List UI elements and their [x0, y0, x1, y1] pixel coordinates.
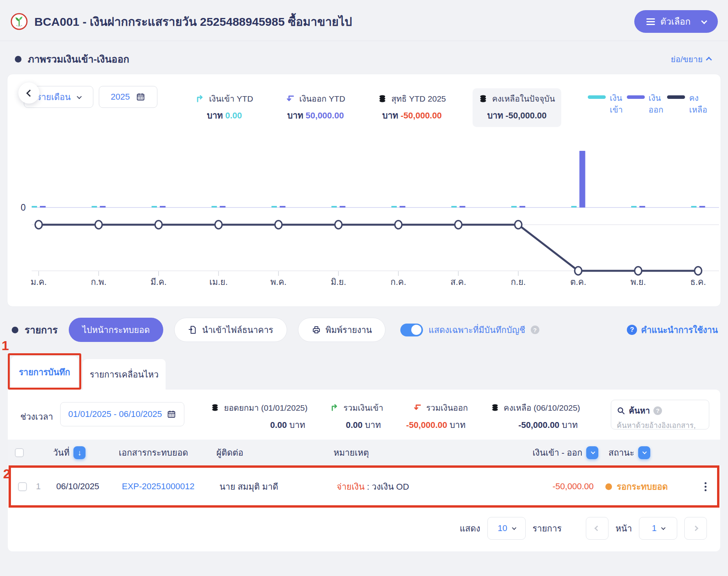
status-filter-icon[interactable]	[638, 446, 650, 459]
tab-bank-movements[interactable]: รายการเคลื่อนไหว	[83, 359, 166, 390]
svg-text:ก.ย.: ก.ย.	[511, 277, 526, 287]
svg-text:มี.ค.: มี.ค.	[150, 277, 166, 287]
page-label: หน้า	[616, 522, 632, 535]
chevron-up-icon	[706, 57, 712, 63]
print-report-button[interactable]: พิมพ์รายงาน	[298, 318, 386, 342]
select-all-checkbox[interactable]	[15, 448, 24, 457]
overview-chart-card: รายเดือน 2025	[7, 74, 721, 307]
arrow-out-icon	[286, 94, 295, 104]
help-tooltip-icon[interactable]: ?	[531, 326, 539, 334]
row-doc-link[interactable]: EXP-20251000012	[122, 481, 219, 492]
stat-value: -50,000.00	[401, 111, 442, 120]
year-picker[interactable]: 2025	[99, 86, 157, 108]
chevron-down-icon	[512, 526, 516, 530]
table-header: วันที่ ↓ เอกสารกระทบยอด ผู้ติดต่อ หมายเห…	[8, 440, 720, 465]
chart-area: 0ม.ค.ก.พ.มี.ค.เม.ย.พ.ค.มิ.ย.ก.ค.ส.ค.ก.ย.…	[7, 129, 721, 297]
chevron-down-icon	[701, 18, 707, 24]
annotation-box-tab: รายการบันทึก	[8, 353, 81, 390]
chart-legend: เงินเข้า เงินออก คงเหลือ	[588, 86, 707, 116]
svg-text:ม.ค.: ม.ค.	[30, 277, 46, 287]
chevron-down-icon	[661, 526, 666, 530]
stat-money-in-ytd: เงินเข้า YTD บาท 0.00	[189, 88, 259, 127]
currency-label: บาท	[207, 111, 223, 120]
prev-page-button[interactable]	[586, 517, 608, 540]
collapse-expand-link[interactable]: ย่อ/ขยาย	[671, 53, 712, 66]
tab-label: รายการบันทึก	[19, 365, 70, 379]
next-page-button[interactable]	[684, 517, 707, 540]
options-button[interactable]: ตัวเลือก	[634, 10, 718, 33]
date-range-label: ช่วงเวลา	[20, 410, 53, 424]
overview-section-title: ภาพรวมเงินเข้า-เงินออก	[28, 51, 671, 67]
import-file-icon	[188, 325, 197, 335]
tab-label: รายการเคลื่อนไหว	[90, 368, 159, 381]
stat-value: 50,000.00	[306, 111, 344, 120]
overview-header: ภาพรวมเงินเข้า-เงินออก ย่อ/ขยาย	[0, 41, 728, 74]
records-panel: 2 ช่วงเวลา 01/01/2025 - 06/10/2025	[8, 390, 720, 551]
page-size-select[interactable]: 10	[487, 517, 526, 540]
page-size-value: 10	[498, 523, 507, 533]
filter-summary: ยอดยกมา (01/01/2025) 0.00 บาท รวมเงินเข้…	[184, 400, 611, 432]
records-toolbar: รายการ ไปหน้ากระทบยอด นำเข้าไฟล์ธนาคาร พ…	[0, 318, 728, 342]
chevron-left-icon	[26, 89, 33, 97]
usage-guide-link[interactable]: ? คำแนะนำการใช้งาน	[627, 323, 718, 337]
svg-text:ก.พ.: ก.พ.	[91, 277, 106, 287]
stat-total-out: รวมเงินออก -50,000.00 บาท	[406, 401, 468, 432]
row-note: จ่ายเงิน : วงเงิน OD	[337, 480, 512, 494]
legend-swatch-in	[588, 95, 606, 99]
date-range-picker[interactable]: 01/01/2025 - 06/10/2025	[60, 402, 184, 426]
stat-label: เงินออก YTD	[299, 92, 345, 105]
search-help-icon[interactable]: ?	[653, 406, 662, 415]
question-circle-icon: ?	[627, 325, 637, 335]
column-date: วันที่ ↓	[53, 446, 119, 460]
date-range-value: 01/01/2025 - 06/10/2025	[68, 409, 162, 419]
row-checkbox[interactable]	[18, 482, 27, 491]
legend-item-money-in: เงินเข้า	[588, 92, 623, 116]
page-number-select[interactable]: 1	[639, 517, 677, 540]
page-title: BCA001 - เงินฝากกระแสรายวัน 252548894598…	[34, 13, 628, 31]
svg-text:พ.ค.: พ.ค.	[270, 277, 286, 287]
import-bank-file-button[interactable]: นำเข้าไฟล์ธนาคาร	[174, 318, 287, 342]
page: BCA001 - เงินฝากกระแสรายวัน 252548894598…	[0, 0, 728, 576]
stat-value: -50,000.00	[505, 111, 546, 120]
svg-text:ส.ค.: ส.ค.	[450, 277, 466, 287]
show-recorded-only-toggle[interactable]	[400, 324, 423, 336]
pagination: แสดง 10 รายการ หน้า 1	[8, 508, 720, 551]
stat-opening-balance: ยอดยกมา (01/01/2025) 0.00 บาท	[211, 401, 307, 432]
column-doc: เอกสารกระทบยอด	[119, 446, 216, 460]
hamburger-icon	[646, 17, 655, 27]
arrow-out-icon	[413, 403, 422, 412]
stat-value: 0.00	[225, 111, 242, 120]
svg-text:ก.ค.: ก.ค.	[391, 277, 406, 287]
table-row[interactable]: 1 06/10/2025 EXP-20251000012 นาย สมมุติ …	[11, 468, 717, 505]
row-status: รอกระทบยอด	[595, 480, 694, 494]
annotation-step-1: 1	[2, 338, 9, 353]
tab-recorded-entries[interactable]: รายการบันทึก	[11, 356, 78, 388]
column-contact: ผู้ติดต่อ	[216, 446, 334, 460]
records-section-title: รายการ	[25, 322, 58, 338]
annotation-step-2: 2	[3, 466, 11, 481]
row-menu-button[interactable]	[694, 480, 717, 494]
row-contact: นาย สมมุติ มาดี	[219, 480, 337, 494]
amount-filter-icon[interactable]	[586, 446, 598, 459]
items-label: รายการ	[533, 522, 562, 535]
show-label: แสดง	[460, 522, 480, 535]
filter-row: ช่วงเวลา 01/01/2025 - 06/10/2025	[8, 390, 720, 440]
annotation-box-row: 1 06/10/2025 EXP-20251000012 นาย สมมุติ …	[9, 465, 719, 508]
svg-text:ต.ค.: ต.ค.	[570, 277, 586, 287]
sort-descending-icon[interactable]: ↓	[73, 446, 86, 459]
go-reconcile-button[interactable]: ไปหน้ากระทบยอด	[69, 318, 164, 342]
status-badge: รอกระทบยอด	[617, 480, 668, 494]
calendar-icon	[136, 92, 145, 102]
arrow-in-icon	[330, 403, 339, 412]
currency-label: บาท	[487, 111, 503, 120]
column-status: สถานะ	[598, 446, 697, 460]
import-bank-file-label: นำเข้าไฟล์ธนาคาร	[202, 323, 273, 337]
section-bullet-icon	[15, 56, 21, 63]
chart-prev-button[interactable]	[18, 82, 39, 104]
search-input[interactable]: ค้นหา ? ค้นหาด้วยอ้างอิงเอกสาร,	[611, 400, 709, 429]
records-tabs: 1 รายการบันทึก รายการเคลื่อนไหว	[8, 354, 720, 390]
status-dot-icon	[605, 483, 612, 490]
legend-swatch-out	[627, 95, 645, 99]
section-bullet-icon	[12, 327, 18, 333]
row-date: 06/10/2025	[56, 481, 122, 492]
